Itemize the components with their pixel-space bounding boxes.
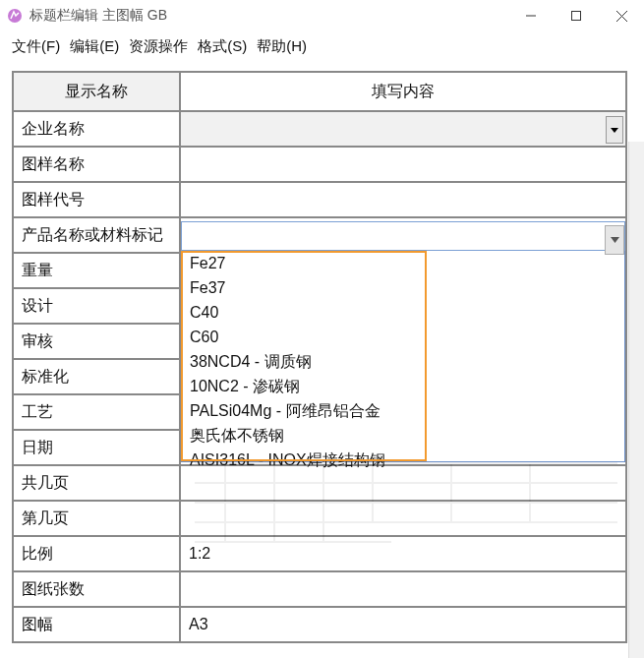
menu-help[interactable]: 帮助(H) — [257, 37, 307, 56]
row-label: 工艺 — [14, 395, 181, 429]
row-label: 设计 — [14, 289, 181, 323]
maximize-button[interactable] — [554, 0, 599, 31]
content-area: 显示名称 填写内容 企业名称 图样名称 图样代号 产品名称或材料标记 重量 — [0, 61, 644, 643]
table-row: 第几页 — [14, 502, 627, 537]
row-label: 图幅 — [14, 608, 181, 641]
menu-resource[interactable]: 资源操作 — [129, 37, 188, 56]
combo-item[interactable]: Fe27 — [182, 251, 624, 275]
titlebar: 标题栏编辑 主图幅 GB — [0, 0, 644, 31]
header-value: 填写内容 — [181, 73, 627, 110]
grid-header-row: 显示名称 填写内容 — [14, 73, 627, 112]
row-label: 产品名称或材料标记 — [14, 218, 181, 252]
row-label: 重量 — [14, 254, 181, 287]
vertical-scrollbar[interactable] — [628, 142, 644, 658]
table-row: 比例 1:2 — [14, 537, 627, 572]
minimize-button[interactable] — [508, 0, 554, 31]
menu-edit[interactable]: 编辑(E) — [70, 37, 119, 56]
menu-file[interactable]: 文件(F) — [12, 37, 60, 56]
combo-item[interactable]: 38NCD4 - 调质钢 — [182, 349, 624, 374]
chevron-down-icon[interactable] — [605, 225, 624, 255]
table-row: 图幅 A3 — [14, 608, 627, 643]
row-label: 标准化 — [14, 360, 181, 393]
row-label: 图纸张数 — [14, 572, 181, 606]
row-label: 比例 — [14, 537, 181, 570]
row-value[interactable] — [181, 112, 627, 146]
row-label: 图样名称 — [14, 148, 181, 181]
combo-item[interactable]: Fe37 — [182, 275, 624, 300]
row-value[interactable]: 1:2 — [181, 537, 627, 570]
combo-item[interactable]: 10NC2 - 渗碳钢 — [182, 374, 624, 398]
combo-item[interactable]: PALSi04Mg - 阿维昂铝合金 — [182, 398, 624, 423]
row-label: 共几页 — [14, 466, 181, 500]
row-label: 日期 — [14, 431, 181, 464]
table-row: 图样代号 — [14, 183, 627, 218]
table-row: 图纸张数 — [14, 572, 627, 608]
header-label: 显示名称 — [14, 73, 181, 110]
app-icon — [6, 7, 24, 25]
table-row: 图样名称 — [14, 148, 627, 183]
combo-input[interactable] — [181, 221, 625, 251]
row-label: 审核 — [14, 325, 181, 358]
row-value[interactable] — [181, 148, 627, 181]
combo-list: Fe27 Fe37 C40 C60 38NCD4 - 调质钢 10NC2 - 渗… — [181, 250, 625, 462]
menubar: 文件(F) 编辑(E) 资源操作 格式(S) 帮助(H) — [0, 31, 644, 61]
svg-rect-2 — [572, 12, 581, 21]
menu-format[interactable]: 格式(S) — [198, 37, 247, 56]
material-combobox: Fe27 Fe37 C40 C60 38NCD4 - 调质钢 10NC2 - 渗… — [181, 221, 625, 462]
window-controls — [508, 0, 644, 31]
combo-item[interactable]: C60 — [182, 325, 624, 349]
close-button[interactable] — [599, 0, 644, 31]
row-value[interactable] — [181, 502, 627, 535]
row-value[interactable]: A3 — [181, 608, 627, 641]
combo-item[interactable]: AISI316L - INOX焊接结构钢 — [182, 448, 624, 472]
combo-item[interactable]: C40 — [182, 300, 624, 325]
dropdown-button[interactable] — [606, 116, 623, 144]
row-value[interactable] — [181, 572, 627, 606]
combo-item[interactable]: 奥氏体不锈钢 — [182, 423, 624, 448]
row-label: 企业名称 — [14, 112, 181, 146]
row-label: 图样代号 — [14, 183, 181, 216]
row-value[interactable] — [181, 183, 627, 216]
svg-point-0 — [8, 9, 22, 23]
row-label: 第几页 — [14, 502, 181, 535]
table-row: 企业名称 — [14, 112, 627, 148]
window-title: 标题栏编辑 主图幅 GB — [29, 7, 508, 25]
